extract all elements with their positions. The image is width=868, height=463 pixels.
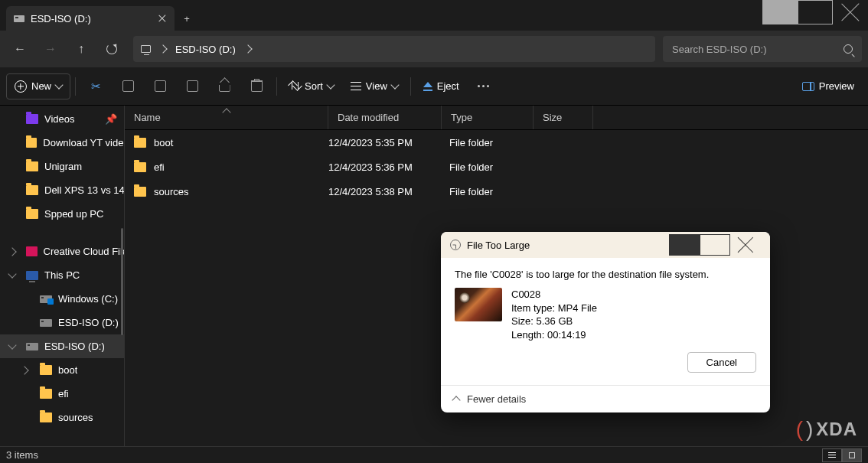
dialog-minimize-button[interactable] bbox=[669, 234, 700, 256]
sidebar-item-label: This PC bbox=[44, 269, 80, 281]
copy-button[interactable] bbox=[113, 73, 143, 99]
eject-button[interactable]: Eject bbox=[416, 73, 467, 99]
thumbnails-view-button[interactable] bbox=[842, 448, 862, 462]
folder-icon bbox=[40, 412, 52, 422]
tab-title: ESD-ISO (D:) bbox=[31, 13, 150, 24]
videos-folder-icon bbox=[26, 114, 38, 124]
window-tab[interactable]: ESD-ISO (D:) bbox=[6, 6, 175, 31]
sidebar-item[interactable]: Videos 📌 bbox=[0, 107, 125, 131]
file-row[interactable]: sources 12/4/2023 5:38 PM File folder bbox=[125, 179, 868, 204]
file-row[interactable]: boot 12/4/2023 5:35 PM File folder bbox=[125, 130, 868, 155]
address-bar[interactable]: ESD-ISO (D:) bbox=[133, 36, 655, 62]
window-maximize-button[interactable] bbox=[798, 0, 833, 24]
chevron-up-icon bbox=[452, 396, 460, 405]
sidebar-item[interactable]: ESD-ISO (D:) bbox=[0, 334, 125, 358]
file-too-large-dialog: File Too Large The file 'C0028' is too l… bbox=[441, 232, 770, 412]
list-icon bbox=[828, 452, 836, 458]
chevron-down-icon bbox=[54, 80, 63, 89]
sidebar-item[interactable]: Download YT videos bbox=[0, 131, 125, 155]
folder-icon bbox=[26, 161, 38, 171]
details-view-button[interactable] bbox=[822, 448, 842, 462]
cut-button[interactable]: ✂ bbox=[80, 73, 111, 99]
search-input[interactable] bbox=[672, 44, 836, 55]
dialog-title: File Too Large bbox=[467, 240, 530, 251]
status-bar: 3 items bbox=[0, 446, 868, 463]
sidebar-item[interactable]: Unigram bbox=[0, 155, 125, 178]
window-close-button[interactable] bbox=[833, 0, 868, 24]
paste-button[interactable] bbox=[145, 73, 175, 99]
column-header-date[interactable]: Date modified bbox=[328, 106, 442, 129]
pc-icon bbox=[141, 45, 151, 53]
file-row[interactable]: efi 12/4/2023 5:36 PM File folder bbox=[125, 155, 868, 179]
drive-icon bbox=[14, 15, 24, 22]
more-icon bbox=[478, 85, 489, 87]
dialog-maximize-button[interactable] bbox=[700, 234, 730, 256]
folder-icon bbox=[26, 138, 37, 148]
copy-icon bbox=[122, 80, 134, 92]
rename-button[interactable] bbox=[177, 73, 207, 99]
preview-button-label: Preview bbox=[819, 80, 854, 92]
folder-icon bbox=[40, 389, 52, 399]
column-header-type[interactable]: Type bbox=[442, 106, 534, 129]
sidebar-item[interactable]: Spped up PC bbox=[0, 202, 125, 226]
sidebar-item-label: Spped up PC bbox=[44, 208, 103, 220]
column-header-name[interactable]: Name bbox=[125, 106, 328, 129]
file-itemtype: Item type: MP4 File bbox=[511, 302, 597, 315]
share-button[interactable] bbox=[209, 73, 240, 99]
sidebar-item[interactable]: sources bbox=[0, 406, 125, 429]
nav-up-button[interactable]: ↑ bbox=[67, 35, 95, 63]
windows-drive-icon bbox=[40, 295, 52, 303]
sidebar-item-label: boot bbox=[58, 364, 77, 376]
new-button[interactable]: New bbox=[6, 73, 70, 99]
cancel-button[interactable]: Cancel bbox=[687, 352, 756, 373]
new-button-label: New bbox=[31, 80, 51, 92]
nav-refresh-button[interactable] bbox=[98, 35, 126, 63]
sidebar-item[interactable]: Creative Cloud Files bbox=[0, 240, 125, 263]
sidebar-item[interactable]: boot bbox=[0, 358, 125, 382]
file-name: boot bbox=[154, 137, 173, 148]
sort-indicator-icon bbox=[222, 108, 230, 116]
breadcrumb-location[interactable]: ESD-ISO (D:) bbox=[175, 44, 236, 55]
sidebar-scrollbar[interactable] bbox=[121, 228, 123, 335]
sidebar-item-label: ESD-ISO (D:) bbox=[58, 317, 119, 328]
file-date: 12/4/2023 5:38 PM bbox=[328, 186, 442, 197]
preview-button[interactable]: Preview bbox=[795, 73, 862, 99]
sidebar-item[interactable]: Dell XPS 13 vs 14 bbox=[0, 178, 125, 202]
file-info: C0028 Item type: MP4 File Size: 5.36 GB … bbox=[511, 288, 597, 341]
search-bar[interactable] bbox=[663, 36, 862, 62]
sidebar-item-label: sources bbox=[58, 412, 93, 423]
file-type: File folder bbox=[449, 186, 541, 197]
dialog-close-button[interactable] bbox=[730, 234, 761, 256]
folder-icon bbox=[40, 365, 52, 375]
paste-icon bbox=[155, 80, 166, 92]
file-length: Length: 00:14:19 bbox=[511, 328, 597, 342]
nav-back-button[interactable]: ← bbox=[6, 35, 34, 63]
sort-icon bbox=[289, 81, 300, 92]
chevron-down-icon bbox=[390, 80, 399, 89]
sidebar-item[interactable]: efi bbox=[0, 382, 125, 406]
sidebar-item[interactable]: Windows (C:) bbox=[0, 287, 125, 311]
window-minimize-button[interactable] bbox=[762, 0, 798, 24]
sidebar-item[interactable]: ESD-ISO (D:) bbox=[0, 311, 125, 334]
nav-forward-button[interactable]: → bbox=[37, 35, 64, 63]
delete-button[interactable] bbox=[241, 73, 272, 99]
sort-button[interactable]: Sort bbox=[282, 73, 341, 99]
file-size: Size: 5.36 GB bbox=[511, 315, 597, 328]
new-tab-button[interactable]: + bbox=[175, 6, 199, 31]
file-type: File folder bbox=[449, 137, 541, 148]
sidebar-item[interactable]: This PC bbox=[0, 263, 125, 287]
more-button[interactable] bbox=[468, 73, 499, 99]
scissors-icon: ✂ bbox=[91, 80, 101, 93]
fewer-details-button[interactable]: Fewer details bbox=[441, 385, 770, 412]
eject-icon bbox=[423, 82, 432, 91]
trash-icon bbox=[251, 80, 263, 92]
tab-close-button[interactable] bbox=[156, 12, 168, 24]
file-name: efi bbox=[154, 161, 165, 173]
folder-icon bbox=[26, 209, 38, 219]
breadcrumb-separator-icon bbox=[243, 44, 252, 53]
column-header-size[interactable]: Size bbox=[534, 106, 593, 129]
view-button[interactable]: View bbox=[343, 73, 406, 99]
file-name: C0028 bbox=[511, 288, 597, 302]
search-icon bbox=[844, 44, 853, 54]
dialog-titlebar[interactable]: File Too Large bbox=[441, 232, 770, 258]
